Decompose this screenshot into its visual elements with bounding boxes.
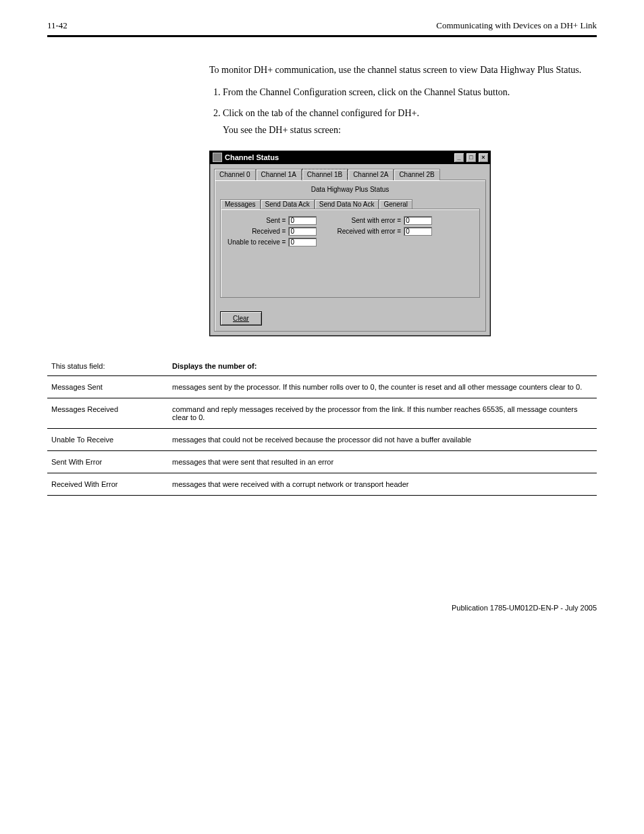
intro-yousee: You see the DH+ status screen:	[223, 124, 597, 137]
cell-field: Messages Sent	[47, 375, 168, 398]
inner-panel: Sent = Received = Unable to receive =	[220, 209, 480, 298]
status-table: This status field: Displays the number o…	[47, 357, 597, 496]
intro-step-2-text: Click on the tab of the channel configur…	[223, 108, 419, 118]
intro-step-2: Click on the tab of the channel configur…	[223, 107, 597, 137]
value-sent-error	[404, 216, 432, 225]
intro-step-1-text: From the Channel Configuration screen, c…	[223, 87, 510, 97]
cell-field: Received With Error	[47, 473, 168, 495]
window-title: Channel Status	[225, 153, 452, 161]
close-button[interactable]: ×	[478, 153, 489, 163]
outer-tabs: Channel 0 Channel 1A Channel 1B Channel …	[214, 169, 486, 180]
tab-channel-1b[interactable]: Channel 1B	[302, 169, 348, 180]
footer-publication: Publication 1785-UM012D-EN-P - July 2005	[47, 604, 597, 612]
intro-step-1: From the Channel Configuration screen, c…	[223, 86, 597, 99]
label-unable: Unable to receive =	[227, 238, 286, 246]
value-received	[288, 227, 317, 236]
clear-button[interactable]: Clear	[220, 311, 262, 325]
tab-messages[interactable]: Messages	[220, 199, 261, 209]
tab-channel-2a[interactable]: Channel 2A	[348, 169, 394, 180]
cell-field: Sent With Error	[47, 450, 168, 473]
cell-desc: messages that were sent that resulted in…	[168, 450, 597, 473]
minimize-button[interactable]: _	[454, 153, 464, 163]
table-row: Unable To Receive messages that could no…	[47, 428, 597, 450]
value-sent	[288, 216, 317, 225]
cell-desc: messages that were received with a corru…	[168, 473, 597, 495]
tab-general[interactable]: General	[379, 199, 412, 209]
clear-button-label: Clear	[233, 315, 249, 322]
intro-lead: To monitor DH+ communication, use the ch…	[209, 64, 597, 77]
cell-desc: messages sent by the processor. If this …	[168, 375, 597, 398]
inner-tabs: Messages Send Data Ack Send Data No Ack …	[220, 199, 480, 209]
tab-channel-1a[interactable]: Channel 1A	[256, 169, 302, 180]
outer-panel: Data Highway Plus Status Messages Send D…	[214, 180, 486, 332]
label-received: Received =	[252, 228, 286, 235]
value-unable	[288, 238, 317, 246]
table-row: Messages Sent messages sent by the proce…	[47, 375, 597, 398]
panel-title: Data Highway Plus Status	[220, 186, 480, 193]
value-recv-error	[404, 227, 432, 236]
window-icon	[213, 153, 222, 162]
tab-send-data-ack[interactable]: Send Data Ack	[261, 199, 315, 209]
tab-channel-0[interactable]: Channel 0	[214, 169, 256, 180]
titlebar[interactable]: Channel Status _ □ ×	[210, 151, 490, 164]
cell-desc: command and reply messages received by t…	[168, 398, 597, 428]
label-recv-error: Received with error =	[337, 228, 401, 235]
table-row: Sent With Error messages that were sent …	[47, 450, 597, 473]
cell-desc: messages that could not be received beca…	[168, 428, 597, 450]
th-field: This status field:	[47, 357, 168, 376]
tab-send-data-no-ack[interactable]: Send Data No Ack	[315, 199, 379, 209]
header-rule	[47, 35, 597, 37]
label-sent-error: Sent with error =	[352, 217, 402, 224]
cell-field: Unable To Receive	[47, 428, 168, 450]
table-row: Received With Error messages that were r…	[47, 473, 597, 495]
maximize-button[interactable]: □	[466, 153, 477, 163]
table-row: Messages Received command and reply mess…	[47, 398, 597, 428]
th-desc: Displays the number of:	[168, 357, 597, 376]
cell-field: Messages Received	[47, 398, 168, 428]
tab-channel-2b[interactable]: Channel 2B	[394, 169, 439, 180]
label-sent: Sent =	[266, 217, 286, 224]
channel-status-window: Channel Status _ □ × Channel 0 Channel 1…	[209, 151, 491, 336]
page-number: 11-42	[47, 20, 68, 31]
doc-title: Communicating with Devices on a DH+ Link	[436, 20, 597, 31]
